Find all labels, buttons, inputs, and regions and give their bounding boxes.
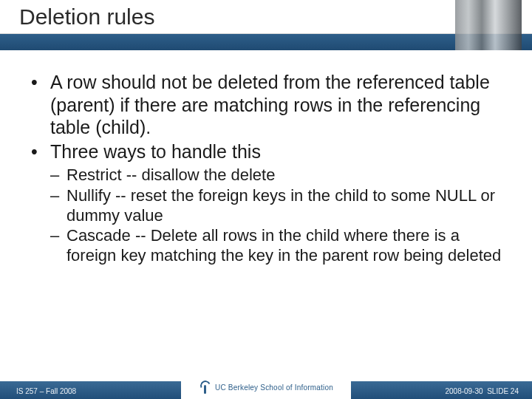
slide-content: A row should not be deleted from the ref… [0,50,532,266]
slide-footer: IS 257 – Fall 2008 UC Berkeley School of… [0,375,532,399]
footer-course-label: IS 257 – Fall 2008 [16,387,76,395]
header-blue-strip [0,34,532,50]
footer-date: 2008-09-30 [445,387,482,395]
sub-bullet-item: Nullify -- reset the foreign keys in the… [50,186,507,226]
slide-title: Deletion rules [19,4,154,30]
footer-logo: UC Berkeley School of Information [181,375,351,399]
footer-slide-number: SLIDE 24 [487,387,519,395]
bullet-item: A row should not be deleted from the ref… [25,71,507,139]
bullet-item: Three ways to handle this [25,140,507,163]
sub-bullet-item: Restrict -- disallow the delete [50,166,507,185]
header-decorative-image [455,0,522,50]
footer-logo-text: UC Berkeley School of Information [215,383,333,392]
sub-bullet-item: Cascade -- Delete all rows in the child … [50,226,507,266]
footer-date-slide: 2008-09-30 SLIDE 24 [445,387,519,395]
slide-header: Deletion rules [0,0,532,50]
info-school-icon [199,379,211,395]
bullet-list: A row should not be deleted from the ref… [25,71,507,163]
sub-bullet-list: Restrict -- disallow the delete Nullify … [50,166,507,266]
